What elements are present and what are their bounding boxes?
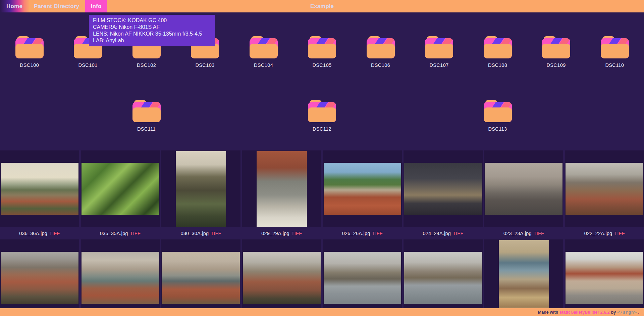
photo-tile[interactable] xyxy=(565,150,644,227)
folder-item-dsc109[interactable]: DSC109 xyxy=(527,36,585,68)
photo-filename-link[interactable]: 029_29A.jpg xyxy=(261,231,289,236)
photo-format-link[interactable]: TIFF xyxy=(534,231,544,236)
photo-label-strip: 029_29A.jpgTIFF xyxy=(242,227,321,239)
nav-item-info[interactable]: Info xyxy=(85,0,107,12)
photo-filename-link[interactable]: 024_24A.jpg xyxy=(423,231,451,236)
info-popup: FILM STOCK: KODAK GC 400CAMERA: Nikon F-… xyxy=(89,15,215,46)
folder-item-dsc107[interactable]: DSC107 xyxy=(410,36,468,68)
photo-tile[interactable] xyxy=(242,239,321,316)
nav-items: HomeParent DirectoryInfo xyxy=(1,0,107,12)
folder-item-dsc113[interactable]: DSC113 xyxy=(469,100,527,132)
photo-filename-link[interactable]: 023_23A.jpg xyxy=(503,231,532,236)
folder-label: DSC109 xyxy=(546,62,566,68)
folder-item-dsc100[interactable]: DSC100 xyxy=(0,36,59,68)
folder-item-dsc104[interactable]: DSC104 xyxy=(234,36,293,68)
folder-item-dsc112[interactable]: DSC112 xyxy=(293,100,351,132)
photo-thumbnail-city-bridge-panorama[interactable] xyxy=(162,252,240,304)
photo-tile[interactable] xyxy=(161,150,240,227)
photo-tile[interactable] xyxy=(565,239,644,316)
photo-tile[interactable] xyxy=(81,239,160,316)
folder-label: DSC111 xyxy=(137,126,156,132)
folder-label: DSC102 xyxy=(137,62,156,68)
folder-icon xyxy=(484,100,512,122)
photo-thumbnail-misty-river-panorama[interactable] xyxy=(82,252,159,304)
photo-label-strip: 023_23A.jpgTIFF xyxy=(484,227,564,239)
photo-thumbnail-river-castle-skyline[interactable] xyxy=(404,252,482,304)
photo-tile[interactable] xyxy=(484,150,564,227)
photo-cell xyxy=(161,239,240,316)
photo-thumbnail-old-town-square[interactable] xyxy=(566,252,643,304)
folder-label: DSC107 xyxy=(429,62,448,68)
photo-tile[interactable] xyxy=(161,239,240,316)
info-popup-line-1: CAMERA: Nikon F-801S AF xyxy=(93,24,211,31)
photo-thumbnail-crowd-in-square[interactable] xyxy=(485,163,563,215)
nav-item-parent-directory[interactable]: Parent Directory xyxy=(28,0,85,12)
nav-item-home[interactable]: Home xyxy=(1,0,28,12)
photo-thumbnail-rooftop-panorama-tree[interactable] xyxy=(243,252,321,304)
photo-label-strip: 035_35A.jpgTIFF xyxy=(81,227,160,239)
folder-icon xyxy=(542,36,570,58)
folder-item-dsc108[interactable]: DSC108 xyxy=(469,36,527,68)
info-popup-line-3: LAB: AnyLab xyxy=(93,37,211,44)
info-popup-line-2: LENS: Nikon AF NIKKOR 35-135mm f/3.5-4.5 xyxy=(93,31,211,37)
photo-thumbnail-aerial-street-red-roofs[interactable] xyxy=(257,151,307,227)
photo-tile[interactable] xyxy=(323,150,402,227)
photo-label-strip: 026_26A.jpgTIFF xyxy=(323,227,402,239)
photo-thumbnail-castle-hill-panorama[interactable] xyxy=(1,252,78,304)
photo-cell xyxy=(565,239,644,316)
folder-item-dsc105[interactable]: DSC105 xyxy=(293,36,351,68)
photo-tile[interactable] xyxy=(484,239,564,316)
photo-label-strip: 036_36A.jpgTIFF xyxy=(0,227,79,239)
photo-format-link[interactable]: TIFF xyxy=(372,231,382,236)
photo-cell xyxy=(404,239,483,316)
folder-item-dsc111[interactable]: DSC111 xyxy=(117,100,176,132)
photo-tile[interactable] xyxy=(404,150,483,227)
folder-label: DSC110 xyxy=(605,62,624,68)
srgn-logo[interactable]: </srgn> xyxy=(617,310,637,315)
folder-label: DSC103 xyxy=(195,62,214,68)
photo-format-link[interactable]: TIFF xyxy=(211,231,221,236)
photo-thumbnail-city-panorama-church-spire[interactable] xyxy=(1,163,78,215)
photo-thumbnail-green-foliage[interactable] xyxy=(82,163,159,215)
photo-tile[interactable] xyxy=(0,239,79,316)
folder-icon xyxy=(308,100,336,122)
photo-format-link[interactable]: TIFF xyxy=(49,231,60,236)
photo-thumbnail-cathedral-towers-night[interactable] xyxy=(404,163,482,215)
photo-thumbnail-river-statue-castle[interactable] xyxy=(324,252,401,304)
photo-format-link[interactable]: TIFF xyxy=(130,231,141,236)
photo-grid: 036_36A.jpgTIFF035_35A.jpgTIFF030_30A.jp… xyxy=(0,150,644,316)
photo-tile[interactable] xyxy=(323,239,402,316)
footer: Made with staticGalleryBuilder 2.6.2 by … xyxy=(0,308,644,316)
folder-icon xyxy=(15,36,44,58)
photo-tile[interactable] xyxy=(242,150,321,227)
photo-filename-link[interactable]: 035_35A.jpg xyxy=(100,231,128,236)
photo-filename-link[interactable]: 030_30A.jpg xyxy=(181,231,209,236)
photo-format-link[interactable]: TIFF xyxy=(291,231,302,236)
footer-builder-link[interactable]: staticGalleryBuilder 2.6.2 xyxy=(559,310,609,315)
photo-cell xyxy=(484,239,564,316)
folder-item-dsc110[interactable]: DSC110 xyxy=(586,36,644,68)
photo-tile[interactable] xyxy=(81,150,160,227)
photo-filename-link[interactable]: 026_26A.jpg xyxy=(342,231,370,236)
photo-format-link[interactable]: TIFF xyxy=(614,231,625,236)
photo-cell: 035_35A.jpgTIFF xyxy=(81,150,160,239)
photo-tile[interactable] xyxy=(404,239,483,316)
photo-label-strip: 030_30A.jpgTIFF xyxy=(161,227,240,239)
photo-label-strip: 024_24A.jpgTIFF xyxy=(404,227,483,239)
photo-thumbnail-astronomical-clock[interactable] xyxy=(499,240,549,316)
photo-filename-link[interactable]: 036_36A.jpg xyxy=(19,231,47,236)
folder-icon xyxy=(484,36,512,58)
photo-thumbnail-trees-over-valley[interactable] xyxy=(176,151,226,227)
folder-label: DSC105 xyxy=(312,62,331,68)
photo-thumbnail-castle-panorama[interactable] xyxy=(566,163,643,215)
photo-tile[interactable] xyxy=(0,150,79,227)
photo-cell xyxy=(81,239,160,316)
folder-label: DSC112 xyxy=(313,126,331,132)
folder-item-dsc106[interactable]: DSC106 xyxy=(352,36,410,68)
photo-filename-link[interactable]: 022_22A.jpg xyxy=(584,231,612,236)
photo-cell: 024_24A.jpgTIFF xyxy=(404,150,483,239)
photo-format-link[interactable]: TIFF xyxy=(453,231,463,236)
info-popup-line-0: FILM STOCK: KODAK GC 400 xyxy=(93,17,211,24)
photo-thumbnail-hill-and-red-rooftops[interactable] xyxy=(324,163,401,215)
folder-label: DSC104 xyxy=(254,62,273,68)
